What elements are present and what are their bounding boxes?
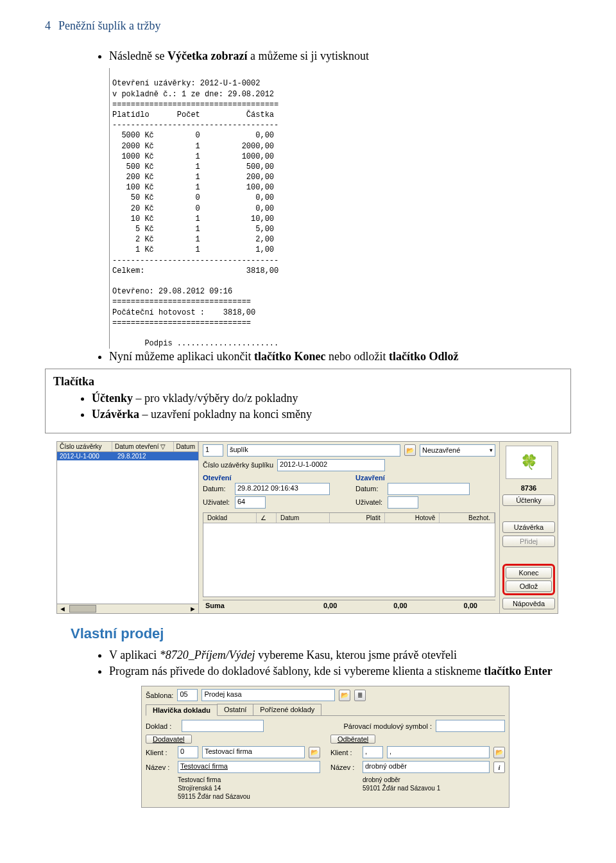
close-date-label: Datum:: [355, 485, 384, 493]
odb-nazev-label: Název :: [330, 763, 359, 771]
tab-ostatni[interactable]: Ostatní: [217, 704, 253, 715]
uzaverka-button[interactable]: Uzávěrka: [502, 521, 555, 533]
dod-klient-num-input[interactable]: 0: [178, 746, 198, 758]
screenshot-doklad: Šablona: 05 Prodej kasa 📂 ≣ Hlavička dok…: [141, 686, 509, 808]
dod-klient-label: Klient :: [146, 749, 174, 756]
close-user-label: Uživatel:: [355, 498, 384, 506]
callout-item-uzaverka: Uzávěrka – uzavření pokladny na konci sm…: [92, 406, 563, 423]
state-select[interactable]: Neuzavřené▾: [420, 444, 495, 457]
open-folder-icon[interactable]: 📂: [309, 747, 320, 758]
dod-nazev-label: Název :: [146, 763, 174, 771]
uctenky-button[interactable]: Účtenky: [502, 494, 555, 506]
app-id-label: 8736: [502, 482, 555, 492]
odb-klient-label: Klient :: [330, 749, 359, 756]
konec-button[interactable]: Konec: [506, 567, 552, 579]
bullet-konec-odloz: Nyní můžeme aplikaci ukončit tlačítko Ko…: [109, 349, 571, 365]
highlight-box: Konec Odlož: [502, 564, 555, 595]
callout-tlacitka: Tlačítka Účtenky – pro vklady/výběry do/…: [45, 369, 571, 433]
odb-nazev-input[interactable]: drobný odběr: [363, 761, 490, 773]
doklad-label: Doklad :: [146, 722, 178, 730]
open-date-label: Datum:: [203, 485, 231, 493]
list-row[interactable]: 2012-U-1-000 29.8.2012: [57, 452, 198, 460]
odb-address: drobný odběr 59101 Žďár nad Sázavou 1: [363, 776, 505, 792]
tab-porizene[interactable]: Pořízené doklady: [253, 704, 321, 715]
section-heading-vlastni-prodej: Vlastní prodej: [71, 625, 571, 642]
list-header: Číslo uzávěrky Datum otevření ▽ Datum: [57, 442, 198, 452]
close-user-field[interactable]: [388, 496, 418, 509]
odb-klient-v1-input[interactable]: ,: [363, 746, 383, 758]
bullet-prijem-vydej: V aplikaci *8720_Příjem/Výdej vybereme K…: [109, 647, 571, 663]
tabs: Hlavička dokladu Ostatní Pořízené doklad…: [146, 704, 505, 716]
list-icon[interactable]: ≣: [354, 690, 366, 701]
callout-title: Tlačítka: [53, 373, 563, 390]
open-date-field[interactable]: 29.8.2012 09:16:43: [235, 483, 330, 495]
group-open-label: Otevření: [203, 474, 343, 482]
open-folder-icon[interactable]: 📂: [404, 444, 416, 456]
sablona-label: Šablona:: [146, 692, 173, 699]
closure-number-label: Číslo uzávěrky šuplíku: [203, 461, 273, 469]
pridej-button[interactable]: Přidej: [502, 536, 555, 547]
sablona-name-input[interactable]: Prodej kasa: [201, 689, 335, 701]
dod-address: Testovací firma Strojírenská 14 59115 Žď…: [178, 776, 320, 801]
tab-hlavicka[interactable]: Hlavička dokladu: [146, 704, 218, 716]
dod-klient-name-input[interactable]: Testovací firma: [202, 746, 305, 758]
odberatel-button[interactable]: Odběratel: [330, 735, 375, 744]
scroll-right-icon[interactable]: ►: [187, 605, 198, 613]
odloz-button[interactable]: Odlož: [506, 580, 552, 592]
dodavatel-button[interactable]: Dodavatel: [146, 735, 192, 744]
bullet-vycetka: Následně se Výčetka zobrazí a můžeme si …: [109, 48, 571, 64]
transactions-table: Doklad ∠ Datum Platit Hotově Bezhot.: [203, 512, 495, 597]
bullet-enter: Program nás přivede do dokladové šablony…: [109, 663, 571, 679]
group-close-label: Uzavření: [355, 474, 495, 482]
sablona-num-input[interactable]: 05: [177, 689, 198, 701]
info-icon[interactable]: i: [493, 762, 505, 773]
parov-label: Párovací modulový symbol :: [343, 722, 432, 730]
sum-row: Suma 0,00 0,00 0,00: [203, 600, 495, 611]
scroll-left-icon[interactable]: ◄: [57, 605, 68, 613]
close-date-field[interactable]: [388, 483, 470, 495]
receipt-printout: Otevření uzávěrky: 2012-U-1-0002 v pokla…: [109, 68, 571, 349]
parov-input[interactable]: [436, 720, 505, 732]
open-folder-icon[interactable]: 📂: [339, 690, 350, 701]
napoveda-button[interactable]: Nápověda: [502, 598, 555, 609]
scrollbar[interactable]: ◄ ►: [57, 604, 198, 613]
open-folder-icon[interactable]: 📂: [493, 747, 505, 758]
screenshot-uzaverka: Číslo uzávěrky Datum otevření ▽ Datum 20…: [56, 441, 558, 614]
clover-icon: 🍀: [506, 446, 552, 479]
chevron-down-icon: ▾: [490, 447, 493, 453]
drawer-name-input[interactable]: šuplík: [227, 444, 400, 457]
drawer-number-input[interactable]: 1: [203, 444, 223, 457]
page-number: 4: [45, 19, 51, 33]
doklad-input[interactable]: [182, 720, 264, 732]
open-user-label: Uživatel:: [203, 498, 231, 506]
callout-item-uctenky: Účtenky – pro vklady/výběry do/z pokladn…: [92, 390, 563, 406]
closure-number-field[interactable]: 2012-U-1-0002: [277, 459, 385, 471]
header-title: Peněžní šuplík a tržby: [58, 19, 160, 33]
dod-nazev-input[interactable]: Testovací firma: [178, 761, 320, 773]
open-user-field[interactable]: 64: [235, 496, 266, 509]
odb-klient-v2-input[interactable]: ,: [387, 746, 490, 758]
